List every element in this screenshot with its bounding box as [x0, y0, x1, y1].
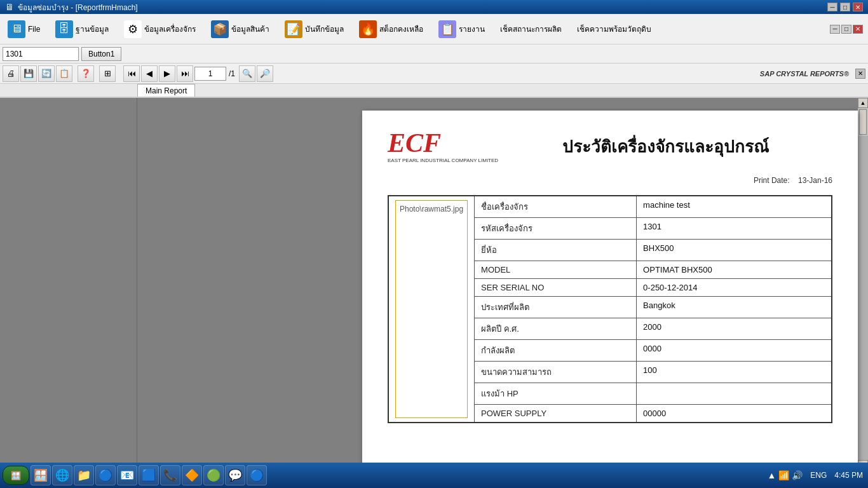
row-value-4: 0-250-12-2014: [637, 279, 832, 297]
main-area: ▲ ▼ ECF EAST PEARL INDUSTRIAL COMPANY LI…: [0, 98, 868, 470]
save-btn[interactable]: 💾: [20, 65, 37, 82]
data-table: Photo\rawmat5.jpg ชื่อเครื่องจักร machin…: [388, 195, 832, 423]
zoom-btn[interactable]: 🔎: [257, 65, 273, 82]
file-icon: 🖥: [8, 20, 25, 38]
menu-file-label: File: [28, 25, 40, 34]
taskbar-icon-2[interactable]: 📁: [74, 465, 94, 485]
close-btn[interactable]: ✕: [853, 3, 863, 11]
maximize-btn[interactable]: □: [840, 3, 850, 11]
button1[interactable]: Button1: [81, 47, 121, 61]
tray-lang: ENG: [810, 471, 827, 480]
row-value-1: 1301: [637, 218, 832, 240]
tray-icons: ▲ 📶 🔊: [767, 470, 803, 480]
help-btn[interactable]: ❓: [78, 65, 94, 82]
nav-last-btn[interactable]: ⏭: [177, 65, 193, 82]
taskbar-icon-9[interactable]: 💬: [225, 465, 245, 485]
row-label-1: รหัสเครื่องจักร: [475, 218, 637, 240]
find-btn[interactable]: 🔍: [239, 65, 255, 82]
toggle-sidebar-btn[interactable]: ⊞: [99, 65, 116, 82]
row-label-0: ชื่อเครื่องจักร: [475, 196, 637, 218]
inner-close-btn[interactable]: ✕: [853, 25, 863, 34]
scrollbar[interactable]: ▲ ▼: [858, 98, 868, 470]
menu-stock-label: สต็อกคงเหลือ: [379, 23, 423, 35]
tray-network: 📶: [778, 470, 789, 480]
row-label-4: SER SERIAL NO: [475, 279, 637, 297]
row-label-5: ประเทศที่ผลิต: [475, 297, 637, 318]
report-area[interactable]: ▲ ▼ ECF EAST PEARL INDUSTRIAL COMPANY LI…: [137, 98, 868, 470]
menu-database-label: ฐานข้อมูล: [76, 23, 109, 35]
title-bar: 🖥 ข้อมูลซ่อมบำรุง - [ReportfrmHmach] ─ □…: [0, 0, 868, 14]
print-date: Print Date: 13-Jan-16: [388, 176, 832, 185]
menu-report[interactable]: 📋 รายงาน: [433, 18, 490, 41]
tray-show-hidden[interactable]: ▲: [767, 470, 776, 480]
menu-product[interactable]: 📦 ข้อมูลสินค้า: [206, 18, 275, 41]
print-date-label: Print Date:: [754, 176, 790, 185]
row-value-9: [637, 383, 832, 405]
taskbar-icon-1[interactable]: 🌐: [52, 465, 72, 485]
page-input[interactable]: [194, 67, 226, 81]
row-value-8: 100: [637, 362, 832, 383]
inner-win-controls: ─ □ ✕: [830, 25, 865, 34]
scroll-up-btn[interactable]: ▲: [858, 98, 868, 108]
inner-restore-btn[interactable]: □: [841, 25, 851, 34]
nav-next-btn[interactable]: ▶: [159, 65, 175, 82]
crystal-close-btn[interactable]: ✕: [855, 69, 865, 79]
tab-strip: Main Report: [0, 84, 868, 98]
row-value-6: 2000: [637, 318, 832, 340]
row-value-2: BHX500: [637, 240, 832, 261]
taskbar-right: ▲ 📶 🔊 ENG 4:45 PM: [767, 470, 865, 480]
taskbar-icon-4[interactable]: 📧: [117, 465, 137, 485]
menu-product-label: ข้อมูลสินค้า: [231, 23, 269, 35]
taskbar-icon-8[interactable]: 🟢: [203, 465, 224, 485]
row-value-7: 0000: [637, 340, 832, 362]
menu-record-label: บันทึกข้อมูล: [305, 23, 344, 35]
tray-speaker: 🔊: [792, 470, 803, 480]
menu-ready[interactable]: เช็คความพร้อมวัตถุดิบ: [572, 20, 656, 37]
report-sidebar: [0, 98, 137, 470]
nav-first-btn[interactable]: ⏮: [123, 65, 140, 82]
menu-stock[interactable]: 🔥 สต็อกคงเหลือ: [354, 18, 428, 41]
clock-time: 4:45 PM: [834, 471, 863, 480]
taskbar-icon-0[interactable]: 🪟: [31, 465, 51, 485]
taskbar-icon-3[interactable]: 🔵: [95, 465, 116, 485]
taskbar-icon-5[interactable]: 🟦: [139, 465, 159, 485]
id-input[interactable]: 1301: [3, 47, 79, 61]
row-label-3: MODEL: [475, 261, 637, 279]
refresh-btn[interactable]: 🔄: [38, 65, 55, 82]
report-icon: 📋: [438, 20, 456, 38]
row-label-8: ขนาดความสามารถ: [475, 362, 637, 383]
scroll-thumb[interactable]: [859, 109, 867, 135]
row-label-7: กำลังผลิต: [475, 340, 637, 362]
minimize-btn[interactable]: ─: [827, 3, 837, 11]
export-btn[interactable]: 📋: [56, 65, 72, 82]
print-btn[interactable]: 🖨: [3, 65, 19, 82]
menu-bar: 🖥 File 🗄 ฐานข้อมูล ⚙ ข้อมูลเครื่องจักร 📦…: [0, 14, 868, 44]
menu-database[interactable]: 🗄 ฐานข้อมูล: [50, 18, 114, 41]
page-total: /1: [229, 69, 235, 78]
taskbar-icon-6[interactable]: 📞: [160, 465, 180, 485]
crystal-toolbar: 🖨 💾 🔄 📋 ❓ ⊞ ⏮ ◀ ▶ ⏭ /1 🔍 🔎 SAP CRYSTAL R…: [0, 64, 868, 84]
menu-status[interactable]: เช็คสถานะการผลิต: [495, 20, 567, 37]
menu-file[interactable]: 🖥 File: [3, 18, 45, 41]
menu-report-label: รายงาน: [459, 23, 485, 35]
photo-placeholder: Photo\rawmat5.jpg: [395, 200, 468, 418]
menu-status-label: เช็คสถานะการผลิต: [500, 23, 562, 35]
clock: 4:45 PM: [834, 471, 863, 480]
tab-main-report[interactable]: Main Report: [137, 84, 195, 97]
start-button[interactable]: 🪟: [3, 466, 29, 485]
nav-prev-btn[interactable]: ◀: [141, 65, 158, 82]
taskbar-icon-7[interactable]: 🔶: [182, 465, 202, 485]
menu-record[interactable]: 📝 บันทึกข้อมูล: [280, 18, 349, 41]
inner-minimize-btn[interactable]: ─: [830, 25, 840, 34]
report-page: ECF EAST PEARL INDUSTRIAL COMPANY LIMITE…: [362, 111, 858, 466]
row-value-5: Bangkok: [637, 297, 832, 318]
row-label-10: POWER SUPPLY: [475, 405, 637, 423]
report-header: ECF EAST PEARL INDUSTRIAL COMPANY LIMITE…: [388, 130, 832, 163]
taskbar-icon-10[interactable]: 🔵: [247, 465, 267, 485]
row-value-3: OPTIMAT BHX500: [637, 261, 832, 279]
report-title: ประวัติเครื่องจักรและอุปกรณ์: [498, 133, 832, 159]
row-label-2: ยี่ห้อ: [475, 240, 637, 261]
taskbar: 🪟 🪟 🌐 📁 🔵 📧 🟦 📞 🔶 🟢 💬 🔵 ▲ 📶 🔊 ENG 4:45 P…: [0, 463, 868, 488]
window-title: ข้อมูลซ่อมบำรุง - [ReportfrmHmach]: [18, 1, 138, 13]
menu-machine[interactable]: ⚙ ข้อมูลเครื่องจักร: [119, 18, 201, 41]
